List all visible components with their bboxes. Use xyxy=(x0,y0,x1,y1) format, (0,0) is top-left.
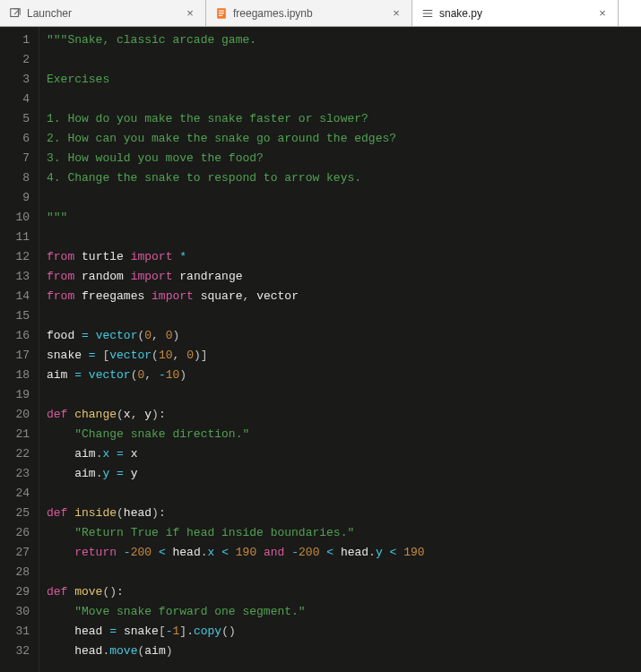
code-line[interactable]: """Snake, classic arcade game. xyxy=(47,30,634,50)
code-line[interactable] xyxy=(47,484,634,504)
code-editor[interactable]: 1234567891011121314151617181920212223242… xyxy=(0,27,641,672)
code-line[interactable]: def move(): xyxy=(47,582,634,602)
code-line[interactable] xyxy=(47,306,634,326)
token: return xyxy=(74,546,117,559)
code-line[interactable]: "Change snake direction." xyxy=(47,425,634,444)
token: 0 xyxy=(186,349,194,362)
code-line[interactable]: snake = [vector(10, 0)] xyxy=(47,346,634,366)
token xyxy=(47,605,74,618)
token: ) xyxy=(109,585,117,599)
token: 4. Change the snake to respond to arrow … xyxy=(47,171,361,185)
line-number: 24 xyxy=(4,484,30,504)
token: ( xyxy=(152,349,159,362)
close-icon[interactable]: × xyxy=(596,7,609,20)
code-content[interactable]: """Snake, classic arcade game. Exercises… xyxy=(39,27,641,672)
code-line[interactable]: Exercises xyxy=(47,70,634,90)
token: vector xyxy=(109,349,152,362)
code-line[interactable]: aim = vector(0, -10) xyxy=(47,366,634,385)
token: aim xyxy=(47,368,67,382)
token xyxy=(109,467,117,480)
line-number: 16 xyxy=(4,326,30,346)
token: ] xyxy=(201,349,208,362)
code-line[interactable]: head.move(aim) xyxy=(47,642,634,661)
line-number: 9 xyxy=(4,188,30,208)
token: - xyxy=(291,546,299,559)
code-line[interactable]: from turtle import * xyxy=(47,247,634,267)
code-line[interactable]: "Return True if head inside boundaries." xyxy=(47,523,634,543)
token: < xyxy=(326,546,333,559)
token xyxy=(124,270,131,283)
tab-label: Launcher xyxy=(27,7,178,20)
code-line[interactable]: food = vector(0, 0) xyxy=(47,326,634,346)
notebook-icon xyxy=(215,7,228,20)
close-icon[interactable]: × xyxy=(184,7,196,20)
line-number: 11 xyxy=(4,228,30,247)
svg-rect-2 xyxy=(219,10,224,11)
code-line[interactable] xyxy=(47,90,634,109)
code-line[interactable]: def change(x, y): xyxy=(47,405,634,425)
line-number: 8 xyxy=(4,168,30,188)
token: snake xyxy=(124,625,159,638)
token: """Snake, classic arcade game. xyxy=(47,33,256,47)
tab-freegames-ipynb[interactable]: freegames.ipynb× xyxy=(206,0,412,26)
code-line[interactable]: return -200 < head.x < 190 and -200 < he… xyxy=(47,543,634,563)
tab-label: snake.py xyxy=(439,7,591,20)
svg-rect-3 xyxy=(219,13,224,13)
code-line[interactable]: 1. How do you make the snake faster or s… xyxy=(47,109,634,129)
line-number: 26 xyxy=(4,523,30,543)
token: y xyxy=(131,467,138,480)
token: 0 xyxy=(144,329,152,342)
token xyxy=(166,546,173,559)
token: ( xyxy=(221,625,229,638)
token xyxy=(117,546,124,559)
token xyxy=(47,427,74,441)
token: copy xyxy=(194,625,221,638)
token xyxy=(214,546,221,559)
line-number: 6 xyxy=(4,129,30,149)
token: = xyxy=(109,625,117,638)
svg-rect-0 xyxy=(11,8,19,16)
token: import xyxy=(131,250,173,263)
code-line[interactable] xyxy=(47,385,634,405)
token: "Change snake direction." xyxy=(74,427,249,441)
token: from xyxy=(47,270,74,283)
token: move xyxy=(109,644,137,658)
token xyxy=(47,447,74,461)
code-line[interactable]: from random import randrange xyxy=(47,267,634,287)
token: head xyxy=(74,625,102,638)
line-number: 22 xyxy=(4,444,30,464)
code-line[interactable]: 3. How would you move the food? xyxy=(47,149,634,168)
line-number: 13 xyxy=(4,267,30,287)
token: food xyxy=(47,329,74,342)
line-number: 23 xyxy=(4,464,30,484)
tab-launcher[interactable]: Launcher× xyxy=(0,0,206,26)
close-icon[interactable]: × xyxy=(390,7,403,20)
code-line[interactable]: head = snake[-1].copy() xyxy=(47,622,634,642)
tab-snake-py[interactable]: snake.py× xyxy=(412,0,619,26)
token: "Move snake forward one segment." xyxy=(74,605,305,618)
token: : xyxy=(159,506,166,520)
code-line[interactable]: def inside(head): xyxy=(47,504,634,523)
code-line[interactable]: 2. How can you make the snake go around … xyxy=(47,129,634,149)
code-line[interactable] xyxy=(47,228,634,247)
token: - xyxy=(159,368,166,382)
code-line[interactable] xyxy=(47,188,634,208)
code-line[interactable] xyxy=(47,50,634,70)
token: ) xyxy=(152,506,159,520)
token: import xyxy=(131,270,173,283)
code-line[interactable]: """ xyxy=(47,208,634,228)
token xyxy=(179,349,186,362)
code-line[interactable]: from freegames import square, vector xyxy=(47,287,634,306)
token xyxy=(194,289,201,303)
token: change xyxy=(74,408,117,421)
code-line[interactable]: aim.y = y xyxy=(47,464,634,484)
code-line[interactable]: "Move snake forward one segment." xyxy=(47,602,634,622)
token xyxy=(229,546,236,559)
token xyxy=(47,546,74,559)
token: = xyxy=(117,467,124,480)
code-line[interactable] xyxy=(47,563,634,582)
code-line[interactable]: 4. Change the snake to respond to arrow … xyxy=(47,168,634,188)
token xyxy=(152,546,159,559)
code-line[interactable]: aim.x = x xyxy=(47,444,634,464)
token xyxy=(124,250,131,263)
